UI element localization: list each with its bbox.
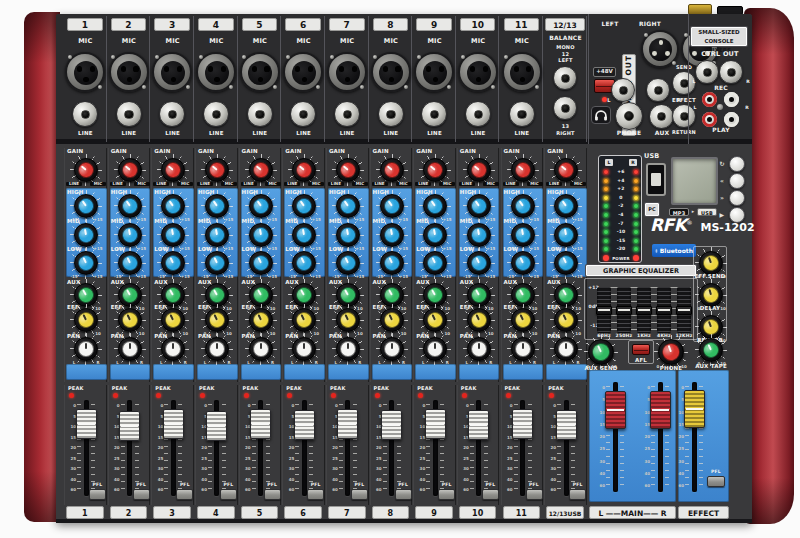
channel-12-13-fader-cap[interactable]: [556, 410, 577, 440]
channel-7-gain-knob[interactable]: LINEMIC: [332, 154, 364, 186]
channel-7-pan-knob-max-mark: R: [352, 361, 368, 365]
aux-tape-knob[interactable]: 010: [695, 334, 727, 366]
previous-button[interactable]: [729, 173, 745, 189]
channel-6-fader-cap[interactable]: [294, 410, 315, 440]
channel-9-low-knob[interactable]: -15+15: [419, 247, 451, 279]
channel-4-fader-cap[interactable]: [206, 411, 227, 441]
channel-2-pfl-button[interactable]: [133, 489, 150, 500]
channel-10-pfl-button[interactable]: [482, 489, 499, 500]
effect-fader-cap[interactable]: [684, 390, 705, 428]
channel-3-pan-knob[interactable]: LR: [157, 333, 189, 365]
channel-4-eff-knob[interactable]: 010: [201, 304, 233, 336]
channel-7-knob-column: GAINLINEMICHIGH-15+15MID-15+15LOW-15+15A…: [326, 148, 369, 382]
channel-10-low-knob[interactable]: -15+15: [463, 247, 495, 279]
channel-5-fader-cap[interactable]: [250, 409, 271, 439]
channel-6-gain-knob[interactable]: LINEMIC: [288, 154, 320, 186]
channel-11-gain-knob[interactable]: LINEMIC: [507, 154, 539, 186]
channel-12-13-pfl-button[interactable]: [569, 489, 586, 500]
channel-4-gain-knob[interactable]: LINEMIC: [201, 154, 233, 186]
channel-1-low-knob[interactable]: -15+15: [70, 247, 102, 279]
channel-12-13-eff-knob[interactable]: 010: [550, 304, 582, 336]
channel-9-pan-knob[interactable]: LR: [419, 333, 451, 365]
channel-1-eff-knob[interactable]: 010: [70, 304, 102, 336]
channel-7-pfl-button[interactable]: [351, 489, 368, 500]
channel-6-pfl-button[interactable]: [307, 489, 324, 500]
channel-10-eff-knob[interactable]: 010: [463, 304, 495, 336]
channel-3-eff-knob[interactable]: 010: [157, 304, 189, 336]
channel-5-pfl-button[interactable]: [264, 489, 281, 500]
power-label: POWER: [609, 257, 633, 261]
channel-2-pan-knob[interactable]: LR: [114, 333, 146, 365]
channel-8-eff-knob[interactable]: 010: [376, 304, 408, 336]
channel-6-eff-knob[interactable]: 010: [288, 304, 320, 336]
channel-11-low-knob[interactable]: -15+15: [507, 247, 539, 279]
channel-5-gain-knob[interactable]: LINEMIC: [245, 154, 277, 186]
channel-1-pan-knob[interactable]: LR: [70, 333, 102, 365]
channel-4-pfl-button[interactable]: [220, 489, 237, 500]
channel-1-pfl-button[interactable]: [89, 489, 106, 500]
channel-8-pan-knob[interactable]: LR: [376, 333, 408, 365]
channel-7-eff-knob[interactable]: 010: [332, 304, 364, 336]
channel-6-pan-knob[interactable]: LR: [288, 333, 320, 365]
channel-5-eff-knob[interactable]: 010: [245, 304, 277, 336]
channel-1-fader-cap[interactable]: [76, 409, 97, 439]
geq-band-4KHz-slider[interactable]: [656, 306, 672, 315]
channel-4-pan-knob[interactable]: LR: [201, 333, 233, 365]
channel-8-fader-cap[interactable]: [381, 410, 402, 440]
channel-3-gain-knob[interactable]: LINEMIC: [157, 154, 189, 186]
channel-3-line-label: LINE: [151, 131, 194, 137]
channel-8-gain-knob[interactable]: LINEMIC: [376, 154, 408, 186]
channel-12-13-gain-knob[interactable]: LINEMIC: [550, 154, 582, 186]
afl-button[interactable]: [632, 344, 650, 355]
geq-band-60Hz-slider[interactable]: [596, 306, 612, 315]
channel-3-pfl-button[interactable]: [176, 489, 193, 500]
channel-5-pan-knob[interactable]: LR: [245, 333, 277, 365]
main-right-fader-cap[interactable]: [650, 391, 671, 429]
channel-12-13-low-knob[interactable]: -15+15: [550, 247, 582, 279]
channel-11-peak-label: PEAK: [505, 386, 523, 391]
channel-6-low-knob[interactable]: -15+15: [288, 247, 320, 279]
channel-12-13-pan-knob[interactable]: LR: [550, 333, 582, 365]
channel-9-fader-cap[interactable]: [425, 409, 446, 439]
channel-10-fader-cap[interactable]: [468, 410, 489, 440]
channel-7-low-knob[interactable]: -15+15: [332, 247, 364, 279]
channel-2-eff-knob[interactable]: 010: [114, 304, 146, 336]
geq-band-250Hz-slider[interactable]: [616, 306, 632, 315]
channel-2-gain-knob[interactable]: LINEMIC: [114, 154, 146, 186]
channel-8-fader-strip: PEAK0510152025304060PFL: [370, 385, 413, 505]
channel-2-low-knob[interactable]: -15+15: [114, 247, 146, 279]
channel-3-low-knob[interactable]: -15+15: [157, 247, 189, 279]
channel-11-line-label: LINE: [501, 131, 544, 137]
channel-4-low-knob[interactable]: -15+15: [201, 247, 233, 279]
channel-10-gain-knob[interactable]: LINEMIC: [463, 154, 495, 186]
channel-7-aux-knob-pointer: [344, 289, 349, 295]
channel-8-low-knob[interactable]: -15+15: [376, 247, 408, 279]
geq-band-12KHz-slider[interactable]: [676, 306, 692, 315]
channel-11-fader-cap[interactable]: [512, 409, 533, 439]
channel-1-gain-knob[interactable]: LINEMIC: [70, 154, 102, 186]
channel-9-gain-knob[interactable]: LINEMIC: [419, 154, 451, 186]
aux-send-knob[interactable]: 010: [584, 335, 618, 369]
channel-7-fader-cap[interactable]: [337, 409, 358, 439]
channel-11-pfl-button[interactable]: [526, 489, 543, 500]
channel-2-fader-cap[interactable]: [119, 411, 140, 441]
channel-12-13-gain-knob-min-mark: LINE: [546, 182, 562, 186]
next-button[interactable]: [729, 190, 745, 206]
channel-5-low-knob[interactable]: -15+15: [245, 247, 277, 279]
channel-11-eff-knob[interactable]: 010: [507, 304, 539, 336]
channel-10-pan-knob[interactable]: LR: [463, 333, 495, 365]
effect-pfl-button[interactable]: [707, 476, 725, 487]
channel-7-pan-knob[interactable]: LR: [332, 333, 364, 365]
main-left-fader-cap[interactable]: [605, 391, 626, 429]
channel-2-blue-band: [110, 364, 151, 380]
channel-9-pfl-button[interactable]: [438, 489, 455, 500]
channel-8-pfl-button[interactable]: [395, 489, 412, 500]
previous-icon: «: [717, 178, 727, 184]
phone-knob[interactable]: 010: [654, 335, 688, 369]
geq-band-1KHz-slider[interactable]: [636, 306, 652, 315]
mode-button[interactable]: [729, 156, 745, 172]
channel-11-pan-knob[interactable]: LR: [507, 333, 539, 365]
channel-2-pan-knob-max-mark: R: [134, 361, 150, 365]
channel-3-fader-cap[interactable]: [163, 409, 184, 439]
channel-9-eff-knob[interactable]: 010: [419, 304, 451, 336]
